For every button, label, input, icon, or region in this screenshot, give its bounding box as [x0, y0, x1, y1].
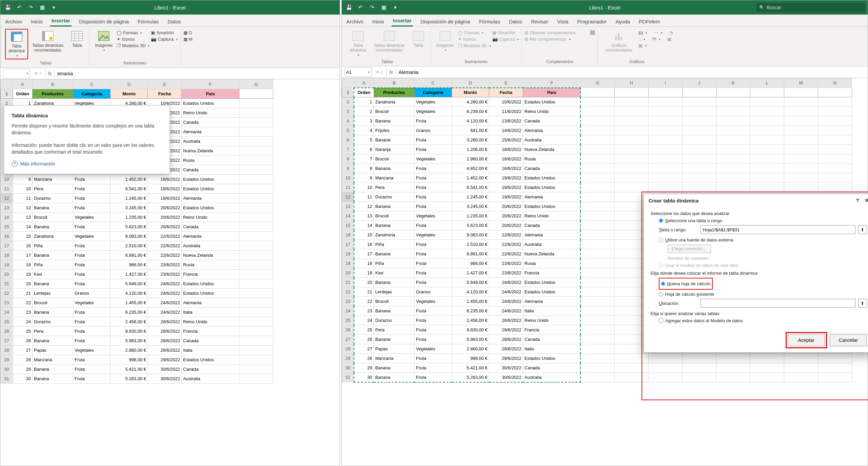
range-picker-icon[interactable]: ⬆	[858, 225, 867, 234]
redo-icon[interactable]: ↷	[26, 3, 36, 12]
my-addins: ⊞Mis complementos▾	[525, 37, 589, 42]
table-icon	[71, 30, 83, 42]
tab-disposición-de-página[interactable]: Disposición de página	[419, 17, 472, 26]
tab-datos[interactable]: Datos	[508, 17, 524, 26]
formula-input[interactable]: Alemania	[396, 70, 868, 75]
tab-programador[interactable]: Programador	[576, 17, 608, 26]
redo-icon[interactable]: ↷	[368, 3, 377, 12]
save-icon[interactable]: 💾	[3, 3, 13, 12]
dlg-section3: Elija si quiere analizar varias tablas	[651, 311, 867, 316]
name-box[interactable]: A1▾	[344, 67, 372, 77]
tab-fórmulas[interactable]: Fórmulas	[136, 17, 160, 26]
recommended-pivots-button[interactable]: Tablas dinámicas recomendadas	[29, 29, 66, 54]
opt-existing-sheet[interactable]: Hoja de cálculo existente	[659, 292, 867, 297]
close-icon[interactable]: ✕	[865, 197, 868, 203]
tab-ayuda[interactable]: Ayuda	[614, 17, 631, 26]
tab-datos[interactable]: Datos	[166, 17, 182, 26]
grid-icon[interactable]: ▦	[379, 3, 389, 12]
group-label-ilustr: Ilustraciones	[92, 59, 178, 66]
tab-revisar[interactable]: Revisar	[530, 17, 550, 26]
qat-overflow-icon[interactable]: ▾	[49, 3, 59, 12]
table-button[interactable]: Tabla	[67, 29, 86, 49]
create-pivot-dialog: Crear tabla dinámica ? ✕ Seleccione los …	[644, 194, 868, 353]
save-icon[interactable]: 💾	[344, 3, 354, 12]
undo-icon[interactable]: ↶	[15, 3, 24, 12]
pivot-table-icon	[11, 31, 23, 42]
ribbon-tabs: ArchivoInicioInsertarDisposición de pági…	[342, 15, 868, 27]
tooltip-line1: Permite disponer y resumir fácilmente da…	[12, 122, 162, 136]
qat-overflow-icon[interactable]: ▾	[391, 3, 400, 12]
addin-icon2: ▦	[183, 37, 188, 42]
addin-icon: ▦	[183, 30, 188, 35]
bar-chart-icon: ▮▮	[638, 30, 643, 35]
opt-select-range[interactable]: Seleccione una tabla o rango	[659, 218, 867, 223]
recommended-pivots-button: Tablas dinámicas recomendadas	[371, 29, 408, 54]
conn-name-label: Nombre de conexión:	[668, 256, 867, 261]
svg-rect-19	[618, 33, 619, 40]
search-box[interactable]: 🔍 Buscar	[756, 3, 865, 12]
rec-charts-button: Gráficos recomendados	[600, 29, 637, 54]
window-title: Libro1 - Excel	[155, 5, 186, 11]
titlebar: 💾 ↶ ↷ ▦ ▾ Libro1 - Excel	[0, 0, 340, 15]
cancel-button[interactable]: Cancelar	[830, 334, 867, 346]
recommended-pivots-icon	[42, 30, 54, 42]
opt-new-sheet[interactable]: Nueva hoja de cálculo	[661, 281, 711, 286]
formula-input[interactable]: emania	[55, 71, 340, 76]
svg-rect-2	[11, 32, 22, 34]
shapes-menu[interactable]: ◯Formas▾	[117, 30, 150, 35]
range-input[interactable]	[701, 225, 855, 234]
cube-icon: ❒	[117, 43, 121, 48]
tab-pdfelem[interactable]: PDFelem	[637, 17, 662, 26]
tab-vista[interactable]: Vista	[556, 17, 570, 26]
more-info-link[interactable]: ? Más información	[12, 161, 162, 167]
addin-btn1[interactable]: ▦O	[183, 30, 193, 35]
group-label-tablas: Tablas	[5, 59, 86, 66]
name-box[interactable]: ▾	[3, 69, 30, 78]
opt-data-model: Usar el modelo de datos de este libro	[659, 263, 867, 268]
search-icon: 🔍	[759, 5, 765, 10]
ribbon: Tabla dinámica▾ Tablas dinámicas recomen…	[342, 27, 868, 66]
chk-add-to-model[interactable]: Agregar estos datos al Modelo de datos	[659, 318, 867, 323]
tab-inicio[interactable]: Inicio	[371, 17, 386, 26]
window-title: Libro1 - Excel	[589, 5, 620, 11]
pivot-table-icon	[352, 30, 364, 42]
tab-inicio[interactable]: Inicio	[29, 17, 44, 26]
smartart-menu[interactable]: ▣SmartArt	[151, 30, 177, 35]
quick-access-toolbar: 💾 ↶ ↷ ▦ ▾	[344, 3, 400, 12]
dialog-title: Crear tabla dinámica	[649, 198, 699, 203]
pivot-table-button[interactable]: Tabla dinámica▾	[5, 29, 28, 59]
location-input[interactable]	[701, 299, 855, 308]
svg-rect-15	[384, 31, 395, 41]
svg-point-5	[49, 37, 53, 40]
3dmodels-menu[interactable]: ❒Modelos 3D▾	[117, 43, 150, 48]
svg-rect-20	[620, 37, 622, 40]
grid-icon[interactable]: ▦	[38, 3, 47, 12]
tab-fórmulas[interactable]: Fórmulas	[478, 17, 502, 26]
undo-icon[interactable]: ↶	[356, 3, 366, 12]
screenshot-menu[interactable]: 📷Captura▾	[151, 37, 177, 42]
image-icon	[98, 30, 110, 42]
location-picker-icon[interactable]: ⬆	[858, 299, 867, 308]
help-icon[interactable]: ?	[856, 197, 859, 203]
tab-archivo[interactable]: Archivo	[4, 17, 23, 26]
tab-archivo[interactable]: Archivo	[345, 17, 365, 26]
tab-disposición-de-página[interactable]: Disposición de página	[78, 17, 130, 26]
location-label: Ubicación:	[659, 301, 698, 306]
icons-menu[interactable]: ✦Iconos	[117, 37, 150, 42]
titlebar: 💾 ↶ ↷ ▦ ▾ Libro1 - Excel 🔍 Buscar	[342, 0, 868, 15]
tab-insertar[interactable]: Insertar	[392, 16, 413, 26]
fx-icon[interactable]: fx	[45, 69, 55, 78]
images-button[interactable]: Imágenes▾	[92, 29, 115, 53]
choose-connection-button: Elegir conexión...	[668, 245, 711, 253]
fx-icon[interactable]: fx	[387, 67, 396, 77]
svg-rect-14	[353, 31, 363, 41]
pivot-table-button: Tabla dinámica▾	[347, 29, 370, 58]
images-button: Imágenes▾	[434, 29, 457, 53]
ok-button[interactable]: Aceptar	[788, 334, 825, 346]
pie-chart-icon: ◔	[669, 30, 673, 35]
tab-insertar[interactable]: Insertar	[50, 16, 72, 26]
addin-btn2[interactable]: ▦M	[183, 37, 193, 42]
formula-bar: A1▾ ✕ ✓ fx Alemania	[342, 66, 868, 78]
opt-external-source[interactable]: Utilice una fuente de datos externa	[659, 237, 867, 242]
smartart-icon: ▣	[151, 30, 155, 35]
